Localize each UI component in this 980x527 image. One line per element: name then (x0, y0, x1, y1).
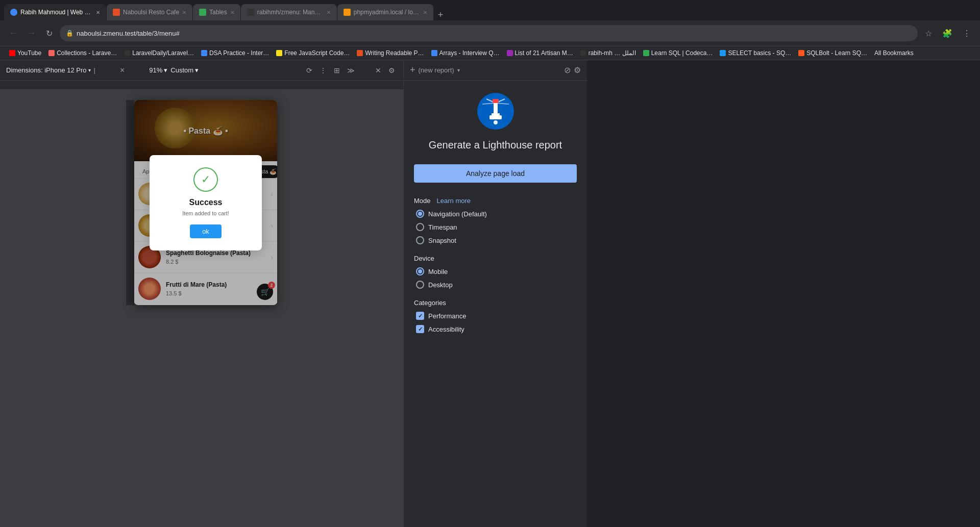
radio-navigation (416, 210, 424, 218)
lighthouse-title: Generate a Lighthouse report (429, 138, 562, 152)
dimensions-chevron-icon: ▾ (88, 67, 91, 73)
svg-rect-3 (489, 115, 502, 119)
forward-button[interactable]: → (24, 27, 39, 40)
success-check-circle: ✓ (193, 167, 218, 192)
modal-ok-button[interactable]: ok (190, 224, 222, 238)
custom-dropdown[interactable]: Custom ▾ (170, 66, 199, 74)
lh-settings-button[interactable]: ⚙ (574, 65, 581, 75)
tab-5-close[interactable]: ✕ (423, 10, 427, 15)
device-section: Device Mobile Desktop (414, 255, 577, 289)
devtools-toolbar: Dimensions: iPhone 12 Pro ▾ | 390 × 844 … (0, 60, 403, 81)
lh-report-selector[interactable]: (new report) ▾ (419, 66, 561, 74)
zoom-dropdown[interactable]: 91% ▾ (149, 66, 167, 74)
modal-title: Success (160, 198, 252, 207)
bookmark-6[interactable]: Writing Readable P… (354, 48, 427, 58)
bookmark-8[interactable]: List of 21 Artisan M… (504, 48, 576, 58)
bookmark-all[interactable]: All Bookmarks (871, 48, 917, 58)
device-mobile[interactable]: Mobile (416, 267, 577, 275)
svg-rect-8 (493, 99, 499, 103)
custom-chevron-icon: ▾ (195, 66, 199, 74)
device-radio-group: Mobile Desktop (414, 267, 577, 289)
width-input[interactable]: 390 (99, 66, 117, 74)
lighthouse-content: Generate a Lighthouse report Analyze pag… (404, 81, 587, 356)
mode-radio-group: Navigation (Default) Timespan Snapshot (414, 210, 577, 244)
lighthouse-logo (477, 93, 514, 130)
radio-desktop (416, 281, 424, 289)
tab-4[interactable]: rabihmh/zmenu: Manage your … ✕ (241, 4, 337, 20)
svg-point-9 (494, 120, 498, 124)
browser-chrome: Rabih Mahmoud | Web Develop… ✕ Naboulsi … (0, 0, 980, 46)
dims-x: × (120, 66, 125, 75)
bookmark-11[interactable]: SELECT basics - SQ… (717, 48, 794, 58)
ruler (0, 81, 403, 90)
mode-snapshot[interactable]: Snapshot (416, 236, 577, 244)
tab-3-close[interactable]: ✕ (230, 10, 234, 15)
checkbox-performance: ✓ (416, 312, 424, 320)
tab-2[interactable]: Naboulsi Resto Cafe ✕ (107, 4, 192, 20)
back-button[interactable]: ← (6, 27, 20, 40)
reload-button[interactable]: ↻ (43, 27, 56, 40)
bookmark-4[interactable]: DSA Practice - Inter… (198, 48, 272, 58)
radio-mobile (416, 267, 424, 275)
menu-list: Fettuccine Alfredo (Pasta) 7.8 $ › ✓ (134, 179, 277, 304)
dims-separator: | (94, 66, 95, 74)
mode-section: Mode Learn more Navigation (Default) Tim… (414, 197, 577, 244)
success-modal-overlay: ✓ Success Item added to cart! ok (134, 100, 277, 305)
new-tab-button[interactable]: + (434, 10, 448, 20)
mode-timespan[interactable]: Timespan (416, 223, 577, 231)
lh-add-button[interactable]: + (410, 65, 415, 76)
tab-1[interactable]: Rabih Mahmoud | Web Develop… ✕ (4, 4, 106, 20)
address-bar[interactable]: 🔒 naboulsi.zmenu.test/table/3/menu# (60, 25, 918, 41)
settings-icon[interactable]: ⚙ (386, 64, 397, 77)
tab-3[interactable]: Tables ✕ (193, 4, 240, 20)
learn-more-link[interactable]: Learn more (437, 197, 471, 205)
bookmark-button[interactable]: ☆ (922, 27, 935, 40)
zoom-chevron-icon: ▾ (164, 66, 167, 74)
analyze-button[interactable]: Analyze page load (414, 164, 577, 183)
tab-4-close[interactable]: ✕ (327, 10, 331, 15)
report-chevron-icon: ▾ (457, 67, 460, 73)
bookmark-12[interactable]: SQLBolt - Learn SQ… (795, 48, 870, 58)
main-area: Dimensions: iPhone 12 Pro ▾ | 390 × 844 … (0, 60, 980, 527)
expand-icon[interactable]: ≫ (345, 64, 357, 77)
radio-snapshot (416, 236, 424, 244)
lighthouse-header: + (new report) ▾ ⊘ ⚙ (404, 60, 587, 81)
checkbox-accessibility: ✓ (416, 325, 424, 333)
dimensions-dropdown[interactable]: Dimensions: iPhone 12 Pro ▾ (6, 66, 91, 74)
close-devtools-button[interactable]: ✕ (373, 64, 383, 77)
mode-navigation[interactable]: Navigation (Default) (416, 210, 577, 218)
device-area: • Pasta 🍝 • Appetizers 🥗 Salad 🥗 Pizza 🍕 (0, 90, 403, 527)
devtools-panel: Dimensions: iPhone 12 Pro ▾ | 390 × 844 … (0, 60, 403, 527)
lh-clear-button[interactable]: ⊘ (564, 65, 571, 75)
category-accessibility[interactable]: ✓ Accessibility (416, 325, 577, 333)
menu-button[interactable]: ⋮ (960, 27, 974, 40)
tab-5[interactable]: phpmyadmin.local / localhost /… ✕ (337, 4, 433, 20)
rotate-icon[interactable]: ⟳ (304, 64, 314, 77)
more-options-button[interactable]: ⋮ (317, 64, 329, 77)
tab-bar: Rabih Mahmoud | Web Develop… ✕ Naboulsi … (0, 0, 980, 20)
bookmark-youtube[interactable]: YouTube (6, 48, 44, 58)
device-label: Device (414, 255, 434, 262)
bookmark-7[interactable]: Arrays - Interview Q… (428, 48, 503, 58)
tab-2-close[interactable]: ✕ (182, 10, 186, 15)
bookmark-9[interactable]: rabih-mh … الملل (577, 48, 639, 58)
radio-timespan (416, 223, 424, 231)
bookmark-3[interactable]: LaravelDaily/Laravel… (121, 48, 197, 58)
categories-section: Categories ✓ Performance ✓ Accessibility (414, 299, 577, 333)
categories-checkboxes: ✓ Performance ✓ Accessibility (414, 312, 577, 333)
layout-icon[interactable]: ⊞ (332, 64, 342, 77)
tab-1-close[interactable]: ✕ (96, 10, 100, 15)
lighthouse-panel: + (new report) ▾ ⊘ ⚙ (403, 60, 587, 527)
nav-bar: ← → ↻ 🔒 naboulsi.zmenu.test/table/3/menu… (0, 20, 980, 46)
category-performance[interactable]: ✓ Performance (416, 312, 577, 320)
bookmark-5[interactable]: Free JavaScript Code… (273, 48, 353, 58)
device-desktop[interactable]: Desktop (416, 281, 577, 289)
success-modal: ✓ Success Item added to cart! ok (150, 155, 262, 250)
bookmark-2[interactable]: Collections - Larave… (45, 48, 120, 58)
checkmark-icon: ✓ (201, 173, 210, 186)
bookmark-10[interactable]: Learn SQL | Codeca… (640, 48, 716, 58)
lock-icon: 🔒 (66, 30, 74, 37)
height-input[interactable]: 844 (128, 66, 146, 74)
svg-rect-2 (492, 113, 500, 115)
extensions-button[interactable]: 🧩 (939, 27, 955, 40)
